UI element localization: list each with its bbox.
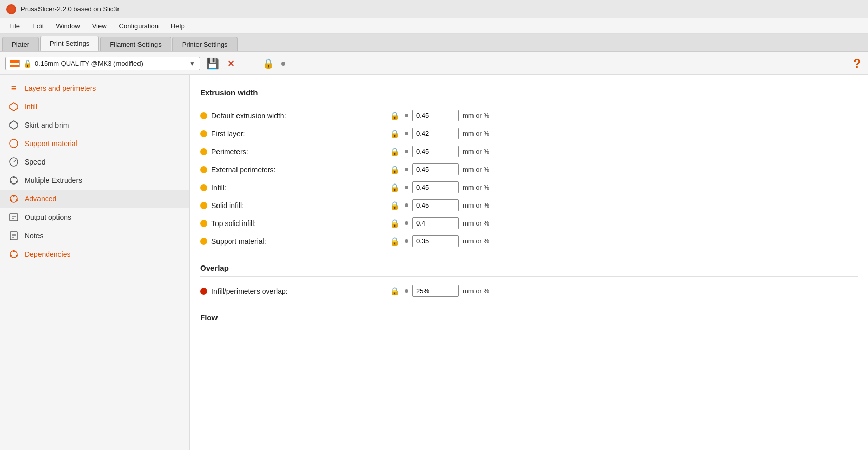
- lock-solid-infill[interactable]: 🔒: [389, 201, 401, 210]
- input-perimeters[interactable]: [412, 146, 459, 157]
- field-top-solid-infill: Top solid infill: 🔒 mm or %: [200, 214, 858, 232]
- sidebar-item-dependencies[interactable]: Dependencies: [0, 245, 189, 263]
- field-support-material-width: Support material: 🔒 mm or %: [200, 232, 858, 250]
- svg-point-22: [16, 255, 18, 257]
- dot-indicator-1: [405, 132, 408, 135]
- unit-7: mm or %: [463, 237, 489, 245]
- dot-default-extrusion-width: [200, 112, 207, 119]
- unit-1: mm or %: [463, 130, 489, 137]
- input-first-layer[interactable]: [412, 128, 459, 139]
- profile-dropdown-icon[interactable]: ▼: [189, 60, 195, 67]
- profile-selector[interactable]: 🔒 0.15mm QUALITY @MK3 (modified) ▼: [5, 57, 200, 70]
- infill-icon: [8, 101, 19, 112]
- menu-view[interactable]: View: [87, 21, 112, 31]
- unit-6: mm or %: [463, 219, 489, 227]
- lock-support-material-width[interactable]: 🔒: [389, 237, 401, 246]
- input-external-perimeters[interactable]: [412, 163, 459, 175]
- lock-top-solid-infill[interactable]: 🔒: [389, 219, 401, 228]
- lock-first-layer[interactable]: 🔒: [389, 129, 401, 138]
- menu-help[interactable]: Help: [166, 21, 190, 31]
- extruders-icon: [8, 175, 19, 186]
- input-default-extrusion-width[interactable]: [412, 110, 459, 121]
- dot-infill-width: [200, 184, 207, 191]
- discard-button[interactable]: ✕: [225, 56, 237, 71]
- svg-point-12: [10, 199, 12, 201]
- menu-window[interactable]: Window: [51, 21, 85, 31]
- skirt-icon: [8, 119, 19, 131]
- lock-perimeters[interactable]: 🔒: [389, 147, 401, 156]
- sidebar-item-infill[interactable]: Infill: [0, 97, 189, 116]
- output-icon: [8, 212, 19, 223]
- dot-indicator-7: [405, 239, 408, 243]
- advanced-icon: [8, 193, 19, 204]
- dot-overlap-red: [200, 288, 207, 295]
- lock-infill-width[interactable]: 🔒: [389, 183, 401, 192]
- dot-support-material-width: [200, 238, 207, 245]
- input-infill-width[interactable]: [412, 181, 459, 193]
- help-button[interactable]: ?: [851, 54, 863, 73]
- tab-bar: Plater Print Settings Filament Settings …: [0, 34, 868, 52]
- svg-point-2: [10, 139, 18, 148]
- app-logo: [6, 4, 16, 14]
- lock-button[interactable]: 🔒: [261, 56, 276, 71]
- profile-flag: [10, 60, 20, 67]
- notes-icon: [8, 230, 19, 241]
- field-solid-infill: Solid infill: 🔒 mm or %: [200, 196, 858, 214]
- flow-title: Flow: [200, 308, 858, 326]
- dot-indicator-3: [405, 168, 408, 171]
- dot-indicator-4: [405, 186, 408, 189]
- tab-filament-settings[interactable]: Filament Settings: [100, 37, 171, 51]
- main-layout: ≡ Layers and perimeters Infill Skirt and…: [0, 75, 868, 450]
- extrusion-width-title: Extrusion width: [200, 83, 858, 101]
- sidebar-item-layers-perimeters[interactable]: ≡ Layers and perimeters: [0, 79, 189, 97]
- unit-0: mm or %: [463, 112, 489, 119]
- sidebar-item-notes[interactable]: Notes: [0, 227, 189, 245]
- tab-plater[interactable]: Plater: [2, 37, 39, 51]
- profile-bar: 🔒 0.15mm QUALITY @MK3 (modified) ▼ 💾 ✕ 🔒…: [0, 52, 868, 75]
- input-solid-infill[interactable]: [412, 199, 459, 211]
- profile-name: 0.15mm QUALITY @MK3 (modified): [35, 59, 186, 67]
- dot-indicator-2: [405, 150, 408, 153]
- unit-2: mm or %: [463, 148, 489, 155]
- unit-5: mm or %: [463, 201, 489, 209]
- menu-file[interactable]: File: [4, 21, 25, 31]
- save-button[interactable]: 💾: [204, 55, 221, 72]
- title-bar: PrusaSlicer-2.2.0 based on Slic3r: [0, 0, 868, 18]
- app-title: PrusaSlicer-2.2.0 based on Slic3r: [21, 5, 120, 13]
- input-support-material-width[interactable]: [412, 235, 459, 247]
- field-infill-perimeters-overlap: Infill/perimeters overlap: 🔒 mm or %: [200, 282, 858, 300]
- sidebar-item-support-material[interactable]: Support material: [0, 134, 189, 153]
- lock-default-extrusion-width[interactable]: 🔒: [389, 111, 401, 120]
- section-extrusion-width: Extrusion width Default extrusion width:…: [200, 83, 858, 250]
- tab-printer-settings[interactable]: Printer Settings: [172, 37, 238, 51]
- unit-3: mm or %: [463, 166, 489, 173]
- menu-edit[interactable]: Edit: [27, 21, 49, 31]
- dependencies-icon: [8, 249, 19, 260]
- lock-overlap[interactable]: 🔒: [389, 287, 401, 296]
- svg-point-6: [13, 176, 15, 178]
- menu-configuration[interactable]: Configuration: [114, 21, 164, 31]
- section-overlap: Overlap Infill/perimeters overlap: 🔒 mm …: [200, 258, 858, 300]
- sidebar-item-skirt-brim[interactable]: Skirt and brim: [0, 116, 189, 134]
- svg-line-4: [14, 160, 16, 162]
- sidebar: ≡ Layers and perimeters Infill Skirt and…: [0, 75, 190, 450]
- sidebar-item-multiple-extruders[interactable]: Multiple Extruders: [0, 171, 189, 190]
- svg-marker-0: [10, 103, 18, 111]
- input-overlap[interactable]: [412, 285, 459, 297]
- dot-indicator-0: [405, 114, 408, 117]
- tab-print-settings[interactable]: Print Settings: [40, 36, 99, 51]
- unit-4: mm or %: [463, 183, 489, 191]
- field-perimeters: Perimeters: 🔒 mm or %: [200, 142, 858, 160]
- dot-indicator-6: [405, 221, 408, 225]
- svg-point-11: [16, 199, 18, 201]
- sidebar-item-output-options[interactable]: Output options: [0, 208, 189, 227]
- sidebar-item-advanced[interactable]: Advanced: [0, 190, 189, 208]
- field-default-extrusion-width: Default extrusion width: 🔒 mm or %: [200, 107, 858, 125]
- dot-solid-infill: [200, 202, 207, 209]
- sidebar-item-speed[interactable]: Speed: [0, 153, 189, 171]
- layers-icon: ≡: [8, 83, 19, 94]
- input-top-solid-infill[interactable]: [412, 217, 459, 229]
- lock-external-perimeters[interactable]: 🔒: [389, 165, 401, 174]
- lock-dot: [281, 62, 285, 66]
- profile-lock-icon: 🔒: [23, 59, 32, 68]
